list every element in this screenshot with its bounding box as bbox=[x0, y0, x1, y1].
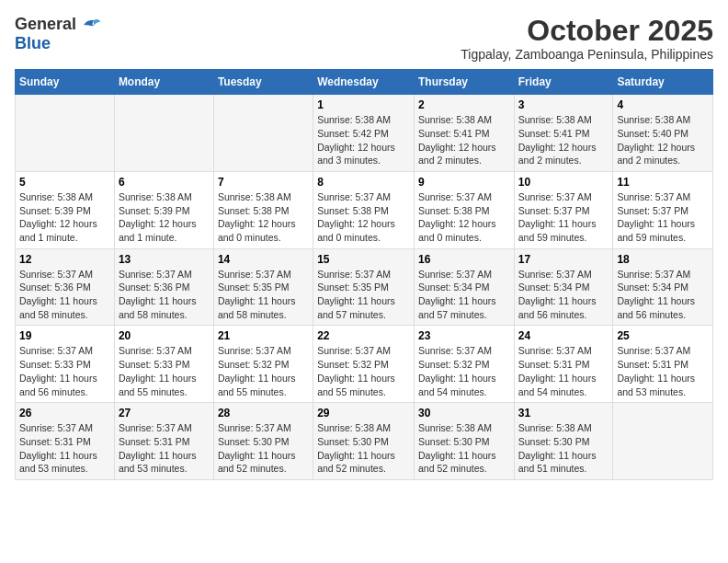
day-info: Sunrise: 5:37 AM Sunset: 5:34 PM Dayligh… bbox=[617, 268, 709, 322]
title-block: October 2025 Tigpalay, Zamboanga Peninsu… bbox=[461, 15, 713, 62]
calendar-cell: 27Sunrise: 5:37 AM Sunset: 5:31 PM Dayli… bbox=[114, 403, 213, 480]
calendar-cell: 7Sunrise: 5:38 AM Sunset: 5:38 PM Daylig… bbox=[213, 171, 313, 248]
day-number: 16 bbox=[418, 253, 510, 266]
logo-blue-text: Blue bbox=[15, 34, 51, 53]
calendar-cell: 5Sunrise: 5:38 AM Sunset: 5:39 PM Daylig… bbox=[16, 171, 115, 248]
day-info: Sunrise: 5:38 AM Sunset: 5:40 PM Dayligh… bbox=[617, 113, 709, 167]
day-number: 4 bbox=[617, 98, 709, 111]
calendar-cell: 13Sunrise: 5:37 AM Sunset: 5:36 PM Dayli… bbox=[114, 248, 213, 326]
day-number: 15 bbox=[317, 253, 410, 266]
day-info: Sunrise: 5:38 AM Sunset: 5:39 PM Dayligh… bbox=[119, 190, 210, 245]
day-number: 20 bbox=[119, 329, 210, 342]
day-info: Sunrise: 5:37 AM Sunset: 5:31 PM Dayligh… bbox=[19, 421, 110, 476]
day-info: Sunrise: 5:37 AM Sunset: 5:31 PM Dayligh… bbox=[119, 421, 210, 476]
logo-general-text: General bbox=[15, 15, 76, 34]
day-number: 8 bbox=[317, 176, 410, 189]
day-number: 31 bbox=[518, 407, 609, 419]
day-number: 10 bbox=[518, 176, 609, 189]
logo-bird-icon bbox=[80, 16, 102, 34]
calendar-cell bbox=[16, 95, 115, 172]
day-info: Sunrise: 5:37 AM Sunset: 5:38 PM Dayligh… bbox=[418, 190, 510, 245]
day-info: Sunrise: 5:37 AM Sunset: 5:36 PM Dayligh… bbox=[19, 268, 110, 322]
calendar-cell: 26Sunrise: 5:37 AM Sunset: 5:31 PM Dayli… bbox=[16, 403, 115, 480]
calendar-cell: 22Sunrise: 5:37 AM Sunset: 5:32 PM Dayli… bbox=[313, 326, 415, 403]
day-info: Sunrise: 5:37 AM Sunset: 5:37 PM Dayligh… bbox=[617, 190, 709, 245]
day-number: 26 bbox=[19, 407, 110, 419]
day-number: 23 bbox=[418, 329, 510, 342]
page-header: General Blue October 2025 Tigpalay, Zamb… bbox=[15, 15, 713, 62]
day-info: Sunrise: 5:38 AM Sunset: 5:30 PM Dayligh… bbox=[418, 421, 510, 476]
day-number: 13 bbox=[119, 253, 210, 266]
day-info: Sunrise: 5:37 AM Sunset: 5:36 PM Dayligh… bbox=[119, 268, 210, 322]
day-info: Sunrise: 5:38 AM Sunset: 5:30 PM Dayligh… bbox=[317, 421, 410, 476]
day-number: 17 bbox=[518, 253, 609, 266]
calendar-cell: 21Sunrise: 5:37 AM Sunset: 5:32 PM Dayli… bbox=[213, 326, 313, 403]
day-info: Sunrise: 5:37 AM Sunset: 5:32 PM Dayligh… bbox=[218, 344, 309, 398]
day-info: Sunrise: 5:37 AM Sunset: 5:37 PM Dayligh… bbox=[518, 190, 609, 245]
calendar-week-1: 1Sunrise: 5:38 AM Sunset: 5:42 PM Daylig… bbox=[16, 95, 713, 172]
calendar-cell: 29Sunrise: 5:38 AM Sunset: 5:30 PM Dayli… bbox=[313, 403, 415, 480]
calendar-cell: 14Sunrise: 5:37 AM Sunset: 5:35 PM Dayli… bbox=[213, 248, 313, 326]
day-number: 9 bbox=[418, 176, 510, 189]
calendar-cell: 19Sunrise: 5:37 AM Sunset: 5:33 PM Dayli… bbox=[16, 326, 115, 403]
calendar-week-3: 12Sunrise: 5:37 AM Sunset: 5:36 PM Dayli… bbox=[16, 248, 713, 326]
day-number: 22 bbox=[317, 329, 410, 342]
day-info: Sunrise: 5:37 AM Sunset: 5:31 PM Dayligh… bbox=[518, 344, 609, 398]
calendar-week-2: 5Sunrise: 5:38 AM Sunset: 5:39 PM Daylig… bbox=[16, 171, 713, 248]
calendar-cell: 12Sunrise: 5:37 AM Sunset: 5:36 PM Dayli… bbox=[16, 248, 115, 326]
day-info: Sunrise: 5:37 AM Sunset: 5:34 PM Dayligh… bbox=[418, 268, 510, 322]
day-number: 30 bbox=[418, 407, 510, 419]
day-number: 19 bbox=[19, 329, 110, 342]
day-info: Sunrise: 5:38 AM Sunset: 5:41 PM Dayligh… bbox=[418, 113, 510, 167]
day-number: 14 bbox=[218, 253, 309, 266]
day-info: Sunrise: 5:38 AM Sunset: 5:42 PM Dayligh… bbox=[317, 113, 410, 167]
day-info: Sunrise: 5:37 AM Sunset: 5:38 PM Dayligh… bbox=[317, 190, 410, 245]
calendar-cell: 18Sunrise: 5:37 AM Sunset: 5:34 PM Dayli… bbox=[613, 248, 713, 326]
day-info: Sunrise: 5:38 AM Sunset: 5:39 PM Dayligh… bbox=[19, 190, 110, 245]
calendar-header-row: SundayMondayTuesdayWednesdayThursdayFrid… bbox=[16, 70, 713, 95]
day-number: 3 bbox=[518, 98, 609, 111]
calendar-cell: 10Sunrise: 5:37 AM Sunset: 5:37 PM Dayli… bbox=[514, 171, 613, 248]
calendar-cell: 24Sunrise: 5:37 AM Sunset: 5:31 PM Dayli… bbox=[514, 326, 613, 403]
calendar-cell bbox=[213, 95, 313, 172]
calendar-cell: 30Sunrise: 5:38 AM Sunset: 5:30 PM Dayli… bbox=[414, 403, 514, 480]
day-info: Sunrise: 5:38 AM Sunset: 5:41 PM Dayligh… bbox=[518, 113, 609, 167]
day-number: 25 bbox=[617, 329, 709, 342]
day-info: Sunrise: 5:37 AM Sunset: 5:34 PM Dayligh… bbox=[518, 268, 609, 322]
day-number: 7 bbox=[218, 176, 309, 189]
day-number: 11 bbox=[617, 176, 709, 189]
calendar-cell: 15Sunrise: 5:37 AM Sunset: 5:35 PM Dayli… bbox=[313, 248, 415, 326]
calendar-cell: 23Sunrise: 5:37 AM Sunset: 5:32 PM Dayli… bbox=[414, 326, 514, 403]
header-wednesday: Wednesday bbox=[313, 70, 415, 95]
day-info: Sunrise: 5:37 AM Sunset: 5:35 PM Dayligh… bbox=[218, 268, 309, 322]
calendar-cell: 4Sunrise: 5:38 AM Sunset: 5:40 PM Daylig… bbox=[613, 95, 713, 172]
header-sunday: Sunday bbox=[16, 70, 115, 95]
header-friday: Friday bbox=[514, 70, 613, 95]
logo: General Blue bbox=[15, 15, 102, 53]
day-info: Sunrise: 5:37 AM Sunset: 5:33 PM Dayligh… bbox=[119, 344, 210, 398]
day-number: 28 bbox=[218, 407, 309, 419]
day-number: 5 bbox=[19, 176, 110, 189]
calendar-cell: 16Sunrise: 5:37 AM Sunset: 5:34 PM Dayli… bbox=[414, 248, 514, 326]
page-title: October 2025 bbox=[461, 15, 713, 47]
calendar-cell bbox=[613, 403, 713, 480]
calendar-cell: 17Sunrise: 5:37 AM Sunset: 5:34 PM Dayli… bbox=[514, 248, 613, 326]
calendar-cell: 9Sunrise: 5:37 AM Sunset: 5:38 PM Daylig… bbox=[414, 171, 514, 248]
calendar-cell: 20Sunrise: 5:37 AM Sunset: 5:33 PM Dayli… bbox=[114, 326, 213, 403]
day-number: 1 bbox=[317, 98, 410, 111]
day-number: 2 bbox=[418, 98, 510, 111]
day-info: Sunrise: 5:38 AM Sunset: 5:38 PM Dayligh… bbox=[218, 190, 309, 245]
calendar-cell: 28Sunrise: 5:37 AM Sunset: 5:30 PM Dayli… bbox=[213, 403, 313, 480]
page-subtitle: Tigpalay, Zamboanga Peninsula, Philippin… bbox=[461, 47, 713, 62]
header-monday: Monday bbox=[114, 70, 213, 95]
day-info: Sunrise: 5:38 AM Sunset: 5:30 PM Dayligh… bbox=[518, 421, 609, 476]
header-thursday: Thursday bbox=[414, 70, 514, 95]
calendar-cell: 3Sunrise: 5:38 AM Sunset: 5:41 PM Daylig… bbox=[514, 95, 613, 172]
header-saturday: Saturday bbox=[613, 70, 713, 95]
calendar-cell: 11Sunrise: 5:37 AM Sunset: 5:37 PM Dayli… bbox=[613, 171, 713, 248]
day-number: 12 bbox=[19, 253, 110, 266]
calendar-cell: 1Sunrise: 5:38 AM Sunset: 5:42 PM Daylig… bbox=[313, 95, 415, 172]
day-number: 27 bbox=[119, 407, 210, 419]
day-number: 24 bbox=[518, 329, 609, 342]
day-info: Sunrise: 5:37 AM Sunset: 5:32 PM Dayligh… bbox=[317, 344, 410, 398]
